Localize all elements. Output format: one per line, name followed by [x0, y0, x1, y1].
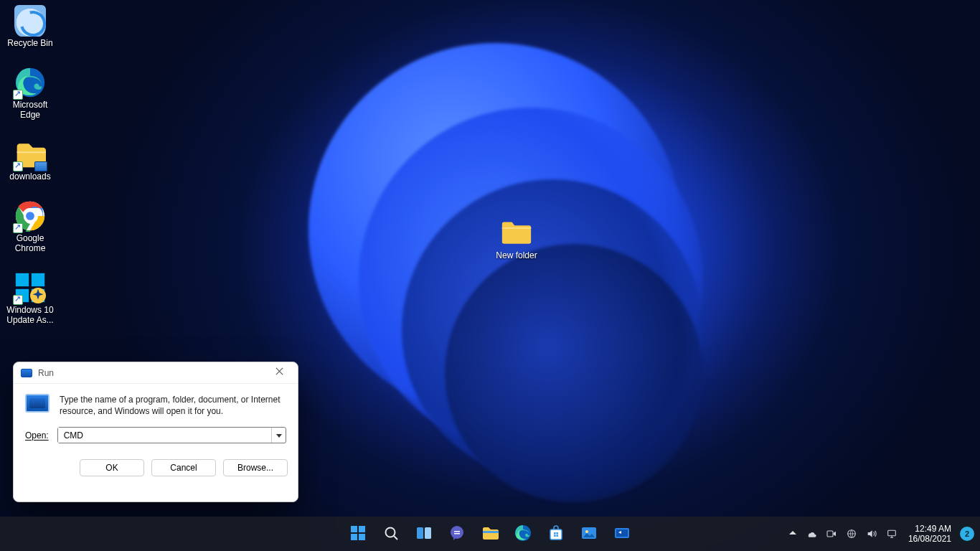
volume-icon[interactable] — [864, 526, 880, 542]
taskbar-task-view[interactable] — [410, 519, 438, 548]
close-button[interactable] — [265, 365, 293, 381]
svg-rect-0 — [827, 531, 833, 537]
clock-date: 16/08/2021 — [908, 534, 951, 544]
desktop-icon-label: Windows 10 Update As... — [4, 305, 57, 325]
shortcut-overlay-icon — [13, 295, 23, 305]
taskbar: 12:49 AM 16/08/2021 2 — [0, 517, 980, 551]
chat-icon — [448, 524, 466, 544]
notifications-badge[interactable]: 2 — [960, 527, 974, 541]
runapp-icon — [613, 524, 631, 544]
taskbar-clock[interactable]: 12:49 AM 16/08/2021 — [904, 524, 956, 544]
taskbar-start[interactable] — [344, 519, 372, 548]
taskbar-photos[interactable] — [575, 519, 603, 548]
run-message: Type the name of a program, folder, docu… — [60, 394, 286, 417]
desktop-icon-label: downloads — [4, 171, 57, 182]
shortcut-overlay-icon — [13, 223, 23, 233]
desktop-icons-column: Recycle BinMicrosoft EdgedownloadsGoogle… — [3, 1, 60, 340]
store-icon — [547, 524, 565, 544]
meet-now-icon[interactable] — [824, 526, 839, 542]
shortcut-overlay-icon — [13, 90, 23, 100]
language-icon[interactable] — [844, 526, 859, 542]
open-dropdown-button[interactable] — [271, 428, 286, 443]
desktop-icon-microsoft-edge[interactable]: Microsoft Edge — [3, 63, 57, 125]
edge-icon — [514, 524, 532, 544]
desktop-icon-downloads-folder[interactable]: downloads — [3, 135, 57, 187]
desktop-icon-windows-update-assist[interactable]: Windows 10 Update As... — [3, 268, 57, 330]
cancel-button[interactable]: Cancel — [151, 459, 216, 476]
network-icon[interactable] — [884, 526, 900, 542]
taskview-icon — [415, 524, 433, 544]
taskbar-edge[interactable] — [509, 519, 537, 548]
open-label: Open: — [25, 430, 49, 441]
run-dialog: Run Type the name of a program, folder, … — [13, 362, 298, 502]
taskbar-chat[interactable] — [443, 519, 471, 548]
desktop-icon-google-chrome[interactable]: Google Chrome — [3, 197, 57, 258]
taskbar-microsoft-store[interactable] — [542, 519, 570, 548]
wallpaper-bloom — [445, 244, 703, 502]
open-combobox[interactable] — [57, 427, 286, 443]
desktop-icon-recycle-bin[interactable]: Recycle Bin — [3, 1, 57, 53]
browse-button[interactable]: Browse... — [223, 459, 288, 476]
taskbar-center — [344, 519, 636, 548]
desktop[interactable]: Recycle BinMicrosoft EdgedownloadsGoogle… — [0, 0, 980, 551]
taskbar-run-app[interactable] — [608, 519, 636, 548]
run-titlebar[interactable]: Run — [14, 362, 298, 384]
clock-time: 12:49 AM — [908, 524, 951, 534]
taskbar-search[interactable] — [377, 519, 405, 548]
desktop-icon-new-folder[interactable]: New folder — [488, 219, 545, 260]
tray-overflow-button[interactable] — [786, 529, 799, 540]
start-icon — [349, 524, 367, 544]
desktop-icon-label: Google Chrome — [4, 233, 57, 253]
taskbar-file-explorer[interactable] — [476, 519, 504, 548]
desktop-icon-label: New folder — [488, 250, 545, 260]
system-tray: 12:49 AM 16/08/2021 2 — [786, 517, 974, 551]
run-titlebar-icon — [21, 369, 32, 377]
run-title: Run — [38, 368, 265, 378]
ok-button[interactable]: OK — [80, 459, 144, 476]
svg-rect-2 — [888, 530, 896, 535]
desktop-icon-label: Recycle Bin — [4, 38, 57, 48]
search-icon — [382, 524, 400, 544]
desktop-icon-label: Microsoft Edge — [4, 100, 57, 120]
run-icon — [25, 394, 50, 413]
run-button-row: OK Cancel Browse... — [14, 446, 298, 485]
photos-icon — [580, 524, 598, 544]
explorer-icon — [481, 524, 499, 544]
open-input[interactable] — [58, 428, 271, 443]
shortcut-overlay-icon — [13, 161, 23, 171]
folder-icon — [501, 219, 532, 248]
onedrive-icon[interactable] — [804, 526, 819, 542]
